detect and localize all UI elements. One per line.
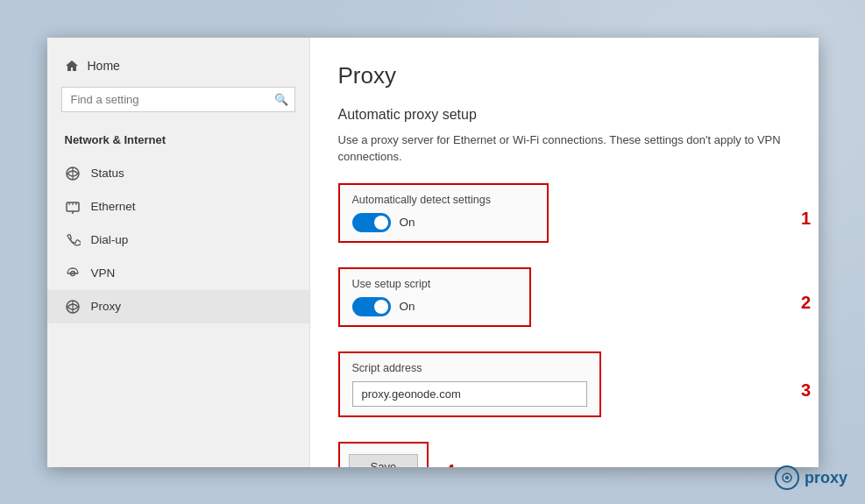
logo-text: proxy (805, 469, 847, 487)
status-icon (65, 166, 81, 181)
svg-point-11 (785, 476, 789, 479)
search-input[interactable] (61, 87, 295, 112)
auto-detect-block: Automatically detect settings On (338, 183, 549, 243)
page-title: Proxy (338, 62, 791, 89)
settings-window: Home 🔍 Network & Internet Status (47, 38, 819, 467)
auto-detect-state: On (400, 216, 415, 229)
badge-3: 3 (796, 380, 817, 401)
save-block: Save (338, 442, 429, 467)
setup-script-state: On (400, 300, 415, 313)
setup-script-label: Use setup script (352, 278, 517, 290)
auto-detect-label: Automatically detect settings (352, 194, 535, 206)
sidebar-item-vpn-label: VPN (91, 266, 116, 280)
sidebar-item-proxy-label: Proxy (91, 300, 122, 313)
badge-1: 1 (796, 209, 817, 230)
sidebar-item-dialup[interactable]: Dial-up (47, 224, 309, 257)
search-box: 🔍 (61, 87, 295, 112)
section-subtitle: Automatic proxy setup (338, 107, 791, 123)
sidebar-item-proxy[interactable]: Proxy (47, 290, 309, 323)
proxy-icon (65, 299, 81, 315)
home-icon (65, 59, 79, 73)
setup-script-toggle[interactable] (352, 297, 391, 316)
sidebar: Home 🔍 Network & Internet Status (47, 38, 310, 467)
script-address-label: Script address (352, 362, 587, 374)
search-icon: 🔍 (274, 93, 288, 106)
sidebar-item-dialup-label: Dial-up (91, 233, 129, 246)
save-button[interactable]: Save (349, 454, 419, 467)
auto-detect-toggle-row: On (352, 213, 535, 232)
script-address-input[interactable] (352, 381, 587, 407)
sidebar-item-home[interactable]: Home (47, 52, 309, 80)
bottom-logo: proxy (775, 465, 847, 490)
vpn-icon (65, 266, 81, 281)
setup-script-block: Use setup script On (338, 267, 531, 327)
logo-icon (775, 465, 799, 490)
sidebar-section-title: Network & Internet (47, 126, 309, 157)
badge-2: 2 (796, 293, 817, 314)
sidebar-item-status[interactable]: Status (47, 157, 309, 190)
home-label: Home (88, 59, 120, 73)
sidebar-item-ethernet-label: Ethernet (91, 200, 136, 213)
dialup-icon (65, 232, 81, 248)
description-text: Use a proxy server for Ethernet or Wi-Fi… (338, 131, 791, 166)
sidebar-item-status-label: Status (91, 167, 124, 180)
ethernet-icon (65, 199, 81, 215)
auto-detect-toggle[interactable] (352, 213, 391, 232)
sidebar-item-vpn[interactable]: VPN (47, 257, 309, 290)
script-address-block: Script address (338, 351, 601, 417)
badge-4: 4 (445, 461, 455, 467)
main-content: Proxy Automatic proxy setup Use a proxy … (310, 38, 819, 467)
sidebar-item-ethernet[interactable]: Ethernet (47, 190, 309, 224)
setup-script-toggle-row: On (352, 297, 517, 316)
